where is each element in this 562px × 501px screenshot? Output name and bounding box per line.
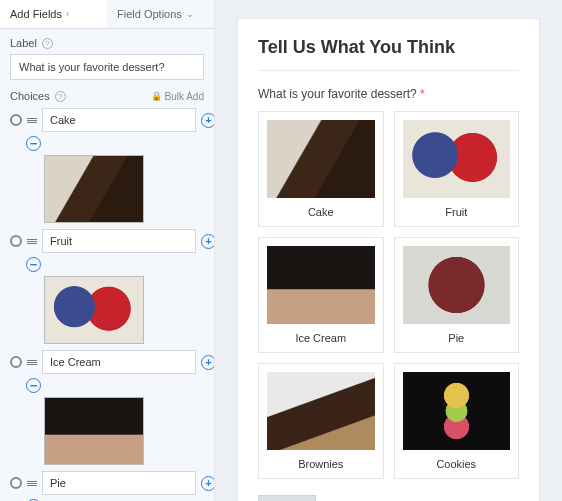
radio-default-icon[interactable]	[10, 477, 22, 489]
remove-choice-button[interactable]: −	[26, 378, 41, 393]
drag-handle-icon[interactable]	[27, 360, 37, 365]
choice-item: +−	[10, 108, 204, 223]
option-image	[267, 372, 375, 450]
tab-label: Add Fields	[10, 8, 62, 20]
option-label: Cookies	[436, 458, 476, 470]
choice-label-input[interactable]	[42, 108, 196, 132]
option-image	[267, 120, 375, 198]
choice-item: +−	[10, 350, 204, 465]
tab-label: Field Options	[117, 8, 182, 20]
form-preview-canvas: Tell Us What You Think What is your favo…	[215, 0, 562, 501]
question-label: What is your favorite dessert? *	[258, 87, 519, 101]
option-card[interactable]: Ice Cream	[258, 237, 384, 353]
option-image	[403, 372, 511, 450]
remove-choice-button[interactable]: −	[26, 136, 41, 151]
option-card[interactable]: Brownies	[258, 363, 384, 479]
add-choice-button[interactable]: +	[201, 355, 214, 370]
choices-heading: Choices	[10, 90, 50, 102]
help-icon[interactable]: ?	[55, 91, 66, 102]
choice-image-thumbnail[interactable]	[44, 276, 144, 344]
option-label: Ice Cream	[295, 332, 346, 344]
choice-image-thumbnail[interactable]	[44, 397, 144, 465]
options-grid: CakeFruitIce CreamPieBrowniesCookies	[258, 111, 519, 479]
drag-handle-icon[interactable]	[27, 239, 37, 244]
form-card: Tell Us What You Think What is your favo…	[237, 18, 540, 501]
chevron-right-icon: ›	[66, 9, 69, 19]
option-image	[267, 246, 375, 324]
option-card[interactable]: Pie	[394, 237, 520, 353]
chevron-down-icon: ⌄	[186, 9, 194, 19]
choice-image-thumbnail[interactable]	[44, 155, 144, 223]
add-choice-button[interactable]: +	[201, 234, 214, 249]
label-heading: Label	[10, 37, 37, 49]
choices-list: +−+−+−+−+−	[10, 108, 204, 501]
option-card[interactable]: Cookies	[394, 363, 520, 479]
choice-label-input[interactable]	[42, 471, 196, 495]
submit-button[interactable]: Vote	[258, 495, 316, 501]
add-choice-button[interactable]: +	[201, 113, 214, 128]
bulk-add-button[interactable]: 🔒 Bulk Add	[151, 91, 204, 102]
radio-default-icon[interactable]	[10, 235, 22, 247]
help-icon[interactable]: ?	[42, 38, 53, 49]
form-title: Tell Us What You Think	[258, 37, 519, 71]
option-label: Fruit	[445, 206, 467, 218]
sidebar-tabs: Add Fields › Field Options ⌄	[0, 0, 214, 29]
option-image	[403, 246, 511, 324]
label-heading-row: Label ?	[10, 37, 204, 49]
drag-handle-icon[interactable]	[27, 118, 37, 123]
option-label: Brownies	[298, 458, 343, 470]
field-label-input[interactable]	[10, 54, 204, 80]
lock-icon: 🔒	[151, 91, 162, 101]
choices-heading-row: Choices ? 🔒 Bulk Add	[10, 90, 204, 102]
choice-label-input[interactable]	[42, 350, 196, 374]
builder-sidebar: Add Fields › Field Options ⌄ Label ? Cho…	[0, 0, 215, 501]
option-card[interactable]: Cake	[258, 111, 384, 227]
option-image	[403, 120, 511, 198]
tab-field-options[interactable]: Field Options ⌄	[107, 0, 214, 28]
add-choice-button[interactable]: +	[201, 476, 214, 491]
bulk-add-label: Bulk Add	[165, 91, 204, 102]
required-asterisk: *	[420, 87, 425, 101]
choice-item: +−	[10, 229, 204, 344]
panel-body: Label ? Choices ? 🔒 Bulk Add +−+−+−+−+−	[0, 29, 214, 501]
option-card[interactable]: Fruit	[394, 111, 520, 227]
drag-handle-icon[interactable]	[27, 481, 37, 486]
option-label: Pie	[448, 332, 464, 344]
tab-add-fields[interactable]: Add Fields ›	[0, 0, 107, 28]
option-label: Cake	[308, 206, 334, 218]
radio-default-icon[interactable]	[10, 356, 22, 368]
question-text: What is your favorite dessert?	[258, 87, 417, 101]
choice-item: +−	[10, 471, 204, 501]
choice-label-input[interactable]	[42, 229, 196, 253]
remove-choice-button[interactable]: −	[26, 257, 41, 272]
radio-default-icon[interactable]	[10, 114, 22, 126]
